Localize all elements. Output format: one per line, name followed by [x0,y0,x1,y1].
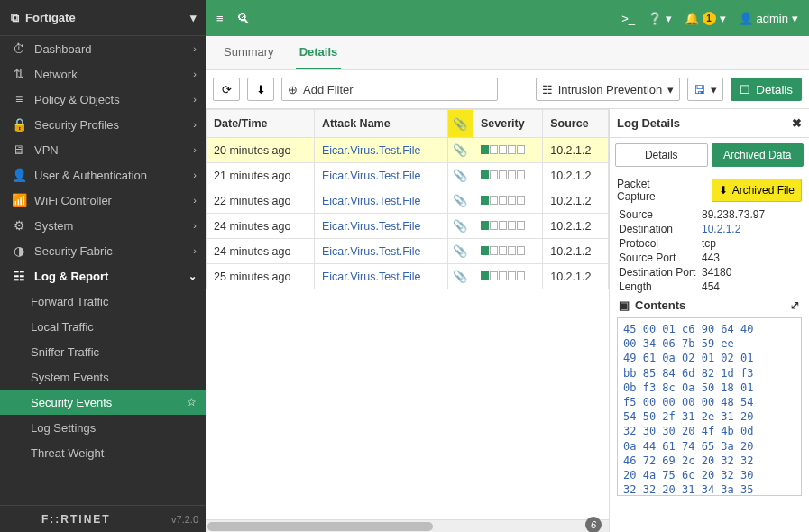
device-selector[interactable]: ⧉ Fortigate ▾ [0,0,206,36]
sidebar-item-policy[interactable]: ≡Policy & Objects› [0,87,206,112]
paperclip-icon: 📎 [453,194,467,207]
cell-attachment[interactable]: 📎 [447,239,473,264]
sidebar-sub-system-events[interactable]: System Events [0,364,206,390]
col-attack-name[interactable]: Attack Name [314,110,447,138]
help-menu[interactable]: ❔ ▾ [648,12,672,25]
cell-severity [473,214,542,239]
details-toggle-button[interactable]: ☐ Details [731,78,802,101]
user-menu[interactable]: 👤 admin ▾ [739,12,798,25]
cell-attachment[interactable]: 📎 [447,163,473,188]
paperclip-icon: 📎 [453,117,467,131]
hex-dump[interactable]: 45 00 01 c6 90 64 40 00 34 06 7b 59 ee 4… [617,317,802,496]
sidebar-item-user-auth[interactable]: 👤User & Authentication› [0,162,206,188]
network-icon: ⇅ [11,67,27,81]
chevron-right-icon: › [193,119,197,130]
col-source[interactable]: Source [543,110,609,138]
download-icon: ⬇ [719,184,728,197]
notifications-menu[interactable]: 🔔1 ▾ [685,12,726,25]
contents-header: ▣ Contents ⤢ [610,293,809,317]
details-segmented-tabs: Details Archived Data [610,138,809,172]
col-date-time[interactable]: Date/Time [207,110,315,138]
sidebar-sub-sniffer-traffic[interactable]: Sniffer Traffic [0,339,206,364]
sidebar-sub-threat-weight[interactable]: Threat Weight [0,440,206,465]
kv-sport-value: 443 [702,252,800,264]
sidebar: ⧉ Fortigate ▾ ⏱Dashboard› ⇅Network› ≡Pol… [0,0,206,532]
expand-icon[interactable]: ⤢ [790,298,800,312]
cell-attack[interactable]: Eicar.Virus.Test.File [314,264,447,289]
collapse-icon[interactable]: ▣ [619,298,630,312]
chevron-right-icon: › [193,144,197,155]
tab-details[interactable]: Details [296,36,342,69]
tab-summary[interactable]: Summary [220,36,278,69]
topbar: ≡ 🔍︎ >_ ❔ ▾ 🔔1 ▾ 👤 admin ▾ [206,0,809,36]
cell-attack[interactable]: Eicar.Virus.Test.File [314,163,447,188]
device-name: Fortigate [25,11,76,24]
version-label: v7.2.0 [171,514,198,525]
cell-time: 24 minutes ago [207,239,315,264]
toolbar: ⟳ ⬇ ⊕ Add Filter ☷ Intrusion Prevention … [206,70,809,109]
tab-log-details[interactable]: Details [615,143,708,167]
sidebar-item-security-fabric[interactable]: ◑Security Fabric› [0,238,206,263]
table-row[interactable]: 22 minutes agoEicar.Virus.Test.File📎10.2… [207,188,609,214]
cell-attachment[interactable]: 📎 [447,138,473,163]
packet-capture-label: Packet Capture [617,178,656,203]
kv-source-value: 89.238.73.97 [702,208,800,221]
horizontal-scrollbar[interactable]: 6 [206,519,609,532]
col-severity[interactable]: Severity [473,110,542,138]
cell-source: 10.2.1.2 [543,163,609,188]
cell-attack[interactable]: Eicar.Virus.Test.File [314,214,447,239]
cell-attachment[interactable]: 📎 [447,214,473,239]
favorite-icon[interactable]: ☆ [187,396,197,408]
refresh-button[interactable]: ⟳ [213,78,240,101]
filter-icon: ⊕ [288,83,298,96]
cell-attachment[interactable]: 📎 [447,188,473,214]
cell-attack[interactable]: Eicar.Virus.Test.File [314,239,447,264]
search-button[interactable]: 🔍︎ [236,11,250,26]
page-indicator: 6 [585,517,602,532]
nav: ⏱Dashboard› ⇅Network› ≡Policy & Objects›… [0,36,206,505]
sidebar-item-system[interactable]: ⚙System› [0,213,206,238]
cli-button[interactable]: >_ [621,12,635,25]
close-details-button[interactable]: ✖ [792,116,802,130]
kv-dport-value: 34180 [702,266,800,279]
cell-attack[interactable]: Eicar.Virus.Test.File [314,138,447,163]
cell-attack[interactable]: Eicar.Virus.Test.File [314,188,447,214]
add-filter-input[interactable]: ⊕ Add Filter [281,78,498,101]
sidebar-item-vpn[interactable]: 🖥VPN› [0,137,206,162]
table-row[interactable]: 20 minutes agoEicar.Virus.Test.File📎10.2… [207,138,609,163]
log-details-pane: Log Details ✖ Details Archived Data Pack… [609,109,809,532]
download-button[interactable]: ⬇ [247,78,274,101]
sidebar-sub-forward-traffic[interactable]: Forward Traffic [0,289,206,314]
chevron-right-icon: › [193,195,197,206]
sidebar-item-security-profiles[interactable]: 🔒Security Profiles› [0,112,206,137]
brand-logo: F::RTINET [41,513,111,526]
chevron-right-icon: › [193,94,197,105]
table-header-row: Date/Time Attack Name 📎 Severity Source [207,110,609,138]
table-row[interactable]: 21 minutes agoEicar.Virus.Test.File📎10.2… [207,163,609,188]
sidebar-item-dashboard[interactable]: ⏱Dashboard› [0,36,206,61]
chevron-right-icon: › [193,69,197,79]
sidebar-item-log-report[interactable]: ☷Log & Report⌄ [0,263,206,289]
menu-toggle[interactable]: ≡ [216,12,224,25]
tab-archived-data[interactable]: Archived Data [712,143,804,167]
sidebar-sub-security-events[interactable]: Security Events☆ [0,390,206,415]
sidebar-sub-log-settings[interactable]: Log Settings [0,415,206,440]
archived-file-button[interactable]: ⬇ Archived File [712,179,802,202]
log-type-select[interactable]: ☷ Intrusion Prevention ▾ [536,78,681,101]
chevron-down-icon: ▾ [711,83,717,96]
table-row[interactable]: 25 minutes agoEicar.Virus.Test.File📎10.2… [207,264,609,289]
sidebar-item-network[interactable]: ⇅Network› [0,61,206,87]
policy-icon: ≡ [11,92,27,106]
table-row[interactable]: 24 minutes agoEicar.Virus.Test.File📎10.2… [207,239,609,264]
cell-attachment[interactable]: 📎 [447,264,473,289]
sidebar-sub-local-traffic[interactable]: Local Traffic [0,314,206,339]
col-attachment[interactable]: 📎 [447,110,473,138]
kv-source-label: Source [619,208,702,221]
table-row[interactable]: 24 minutes agoEicar.Virus.Test.File📎10.2… [207,214,609,239]
view-select[interactable]: 🖫 ▾ [687,78,723,101]
sidebar-item-wifi[interactable]: 📶WiFi Controller› [0,188,206,213]
cell-time: 24 minutes ago [207,214,315,239]
cell-time: 22 minutes ago [207,188,315,214]
scroll-thumb[interactable] [207,522,433,531]
cell-time: 20 minutes ago [207,138,315,163]
